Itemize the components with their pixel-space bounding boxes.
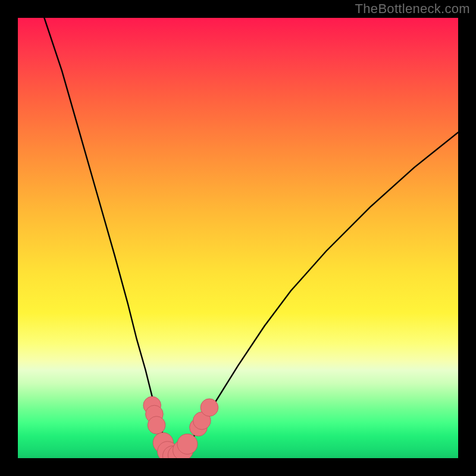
curve-marker: [177, 434, 198, 454]
curve-markers: [143, 396, 218, 458]
plot-area: [18, 18, 458, 458]
curve-marker: [201, 399, 218, 416]
chart-svg: [18, 18, 458, 458]
chart-frame: TheBottleneck.com: [0, 0, 476, 476]
watermark-text: TheBottleneck.com: [355, 1, 470, 17]
curve-marker: [148, 416, 165, 434]
bottleneck-curve: [44, 18, 458, 456]
